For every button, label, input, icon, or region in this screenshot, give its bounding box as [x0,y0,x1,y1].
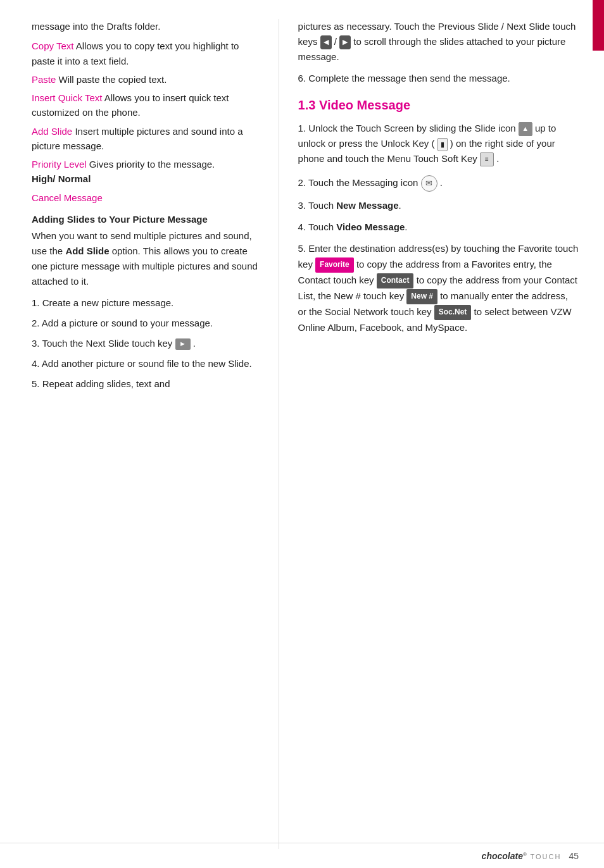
term-paste-label: Paste [32,74,56,85]
cancel-message-label: Cancel Message [32,192,103,203]
step-3: 3. Touch the Next Slide touch key ► . [32,336,260,351]
step-5: 5. Repeat adding slides, text and [32,376,260,392]
video-step-4: 4. Touch Video Message. [298,220,579,235]
term-insert-quick-label: Insert Quick Text [32,92,102,103]
term-priority-label: Priority Level [32,159,87,170]
high-normal-label: High/ Normal [32,173,91,184]
steps-list: 1. Create a new picture message. 2. Add … [32,295,260,392]
step-1: 1. Create a new picture message. [32,295,260,311]
new-hash-btn: New # [406,289,437,304]
step6-text: 6. Complete the message then send the me… [298,71,579,85]
intro-text: message into the Drafts folder. [32,19,260,34]
right-intro: pictures as necessary. Touch the Previou… [298,19,579,65]
term-priority-level: Priority Level Gives priority to the mes… [32,157,260,187]
section-heading-video: 1.3 Video Message [298,97,579,113]
term-cancel-message: Cancel Message [32,190,260,205]
prev-slide-icon: ◀ [320,35,332,49]
slide-icon: ▲ [519,122,532,136]
page-number: 45 [569,851,579,861]
video-steps-list: 1. Unlock the Touch Screen by sliding th… [298,121,579,335]
brand-touch: TOUCH [531,853,562,860]
next-slide-icon: ► [175,338,191,350]
brand-name: chocolate [482,851,523,861]
term-add-slide-label: Add Slide [32,126,72,137]
video-step-3: 3. Touch New Message. [298,198,579,213]
next-slide-icon-right: ▶ [339,35,351,49]
soc-net-btn: Soc.Net [434,305,472,320]
unlock-key-icon: ▮ [437,138,448,152]
page-container: message into the Drafts folder. Copy Tex… [0,0,604,868]
video-step-5: 5. Enter the destination address(es) by … [298,241,579,335]
term-copy-text-label: Copy Text [32,40,73,51]
term-paste: Paste Will paste the copied text. [32,72,260,87]
menu-soft-key-icon: ≡ [480,152,494,166]
left-column: message into the Drafts folder. Copy Tex… [0,0,279,868]
step-2: 2. Add a picture or sound to your messag… [32,316,260,331]
video-step-2: 2. Touch the Messaging icon ✉ . [298,175,579,192]
term-insert-quick: Insert Quick Text Allows you to insert q… [32,90,260,120]
contact-btn: Contact [377,273,414,288]
messaging-icon: ✉ [421,175,437,192]
right-column: pictures as necessary. Touch the Previou… [279,0,604,868]
term-copy-text: Copy Text Allows you to copy text you hi… [32,39,260,68]
page-footer: chocolate® TOUCH 45 [0,843,604,868]
term-paste-desc: Will paste the copied text. [56,74,167,85]
footer-brand: chocolate® TOUCH [482,851,562,861]
video-step-1: 1. Unlock the Touch Screen by sliding th… [298,121,579,166]
subheading-adding-slides: Adding Slides to Your Picture Message [32,214,260,225]
step-4: 4. Add another picture or sound file to … [32,356,260,371]
bookmark-tab [593,0,604,51]
body-adding-slides: When you want to send multiple pictures … [32,228,260,289]
term-add-slide: Add Slide Insert multiple pictures and s… [32,124,260,154]
term-priority-desc: Gives priority to the message. [87,159,215,170]
favorite-btn: Favorite [315,257,354,273]
